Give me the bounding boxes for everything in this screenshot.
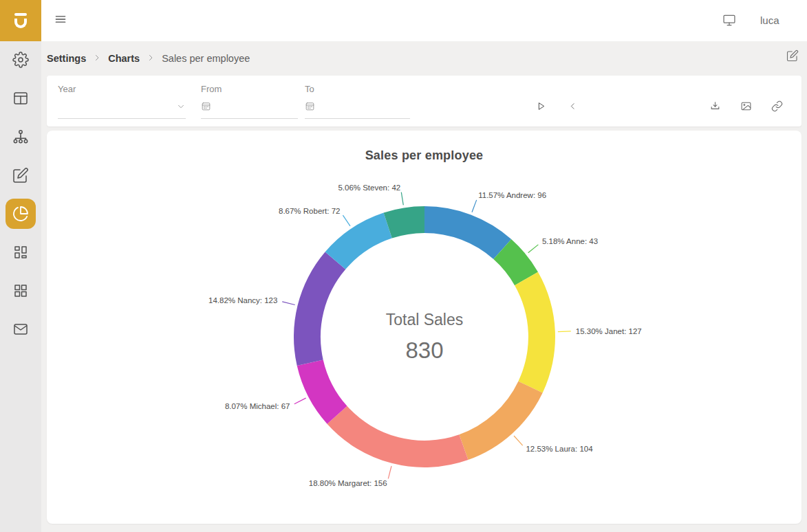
grid-icon [12,289,29,301]
image-icon [740,100,752,115]
hamburger-icon [54,16,67,28]
year-label: Year [58,84,186,94]
label-leader-line [294,398,306,404]
play-icon [535,100,547,115]
donut-slice-nancy[interactable] [294,252,345,366]
donut-slice-label-janet: 15.30% Janet: 127 [576,327,642,335]
run-query-button[interactable] [532,99,549,115]
display-mode-button[interactable] [722,13,736,27]
label-leader-line [282,302,295,305]
calendar-icon [201,101,211,114]
logo-u-icon [13,13,28,28]
sidebar-item-dashboard[interactable] [12,244,29,261]
label-leader-line [401,192,403,206]
gear-icon [12,58,29,70]
filter-bar: Year From To [47,76,801,126]
to-date-input[interactable] [305,94,410,119]
chevron-left-icon [568,101,577,113]
edit-icon [786,52,799,64]
sidebar [0,0,41,532]
breadcrumb: Settings Charts Sales per employee [47,41,250,76]
table-icon [12,97,29,109]
breadcrumb-charts[interactable]: Charts [108,53,140,64]
download-icon [709,100,721,115]
label-leader-line [514,436,523,445]
donut-slice-janet[interactable] [515,272,555,393]
to-label: To [305,84,410,94]
donut-slice-label-andrew: 11.57% Andrew: 96 [478,191,546,199]
label-leader-line [528,245,539,253]
monitor-icon [722,17,736,29]
from-label: From [201,84,298,94]
edit-icon [12,174,29,186]
donut-slice-label-robert: 8.67% Robert: 72 [279,207,341,215]
pie-chart-icon [12,212,29,224]
sidebar-item-forms[interactable] [12,167,29,184]
user-menu[interactable]: luca [760,14,779,26]
sidebar-item-tables[interactable] [12,90,29,107]
breadcrumb-current-page: Sales per employee [162,53,250,64]
sidebar-item-hierarchy[interactable] [12,129,29,145]
back-button[interactable] [564,99,581,115]
chevron-right-icon [147,52,155,65]
label-leader-line [343,215,350,226]
link-icon [771,100,783,115]
topbar: luca [41,0,807,41]
chart-card: Sales per employee 11.57% Andrew: 965.18… [47,131,801,524]
app-logo[interactable] [0,0,41,41]
donut-slice-andrew[interactable] [424,206,511,259]
total-sales-label: Total Sales [386,311,464,329]
donut-slice-label-laura: 12.53% Laura: 104 [526,445,593,453]
sidebar-item-mail[interactable] [12,321,29,337]
from-date-input[interactable] [201,94,298,119]
donut-slice-label-steven: 5.06% Steven: 42 [338,184,400,192]
donut-slice-label-nancy: 14.82% Nancy: 123 [208,296,277,304]
menu-toggle-button[interactable] [54,12,67,26]
copy-link-button[interactable] [768,99,785,115]
chevron-right-icon [93,52,101,65]
donut-slice-label-anne: 5.18% Anne: 43 [542,237,598,245]
chevron-down-icon [176,102,186,114]
sidebar-item-settings[interactable] [12,52,29,68]
breadcrumb-settings[interactable]: Settings [47,53,86,64]
label-leader-line [472,200,477,212]
label-leader-line [558,331,571,332]
mail-icon [12,328,29,340]
export-image-button[interactable] [738,99,754,115]
hierarchy-icon [12,135,29,147]
main-content: Settings Charts Sales per employee Year … [41,41,807,532]
donut-center: Total Sales 830 [386,311,464,364]
download-button[interactable] [707,99,723,115]
donut-slice-label-michael: 8.07% Michael: 67 [225,402,290,410]
donut-slice-margaret[interactable] [327,406,469,467]
year-select[interactable] [58,94,186,119]
total-sales-value: 830 [386,337,464,364]
sidebar-item-charts[interactable] [12,206,29,222]
donut-slice-label-margaret: 18.80% Margaret: 156 [309,479,387,487]
sidebar-item-apps[interactable] [12,282,29,299]
edit-chart-button[interactable] [786,49,799,62]
label-leader-line [388,466,391,478]
calendar-icon [305,101,315,114]
dashboard-icon [12,251,29,263]
